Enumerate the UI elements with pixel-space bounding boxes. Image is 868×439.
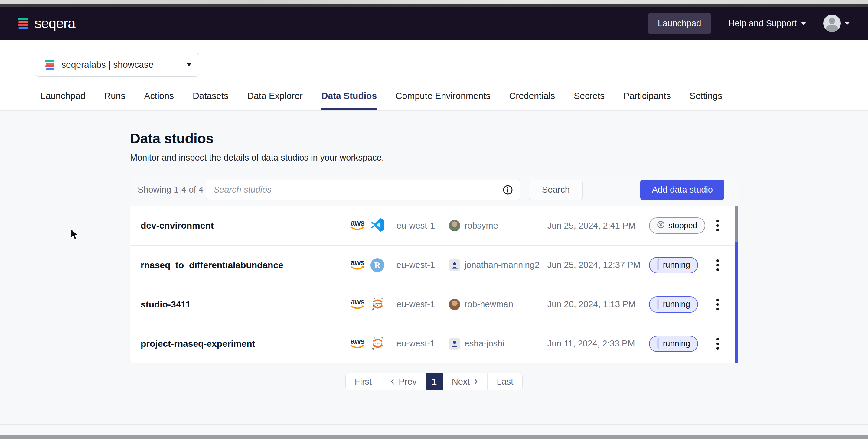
spinner-icon	[657, 299, 659, 310]
brand-name: seqera	[34, 15, 75, 31]
tab-compute-environments[interactable]: Compute Environments	[396, 91, 490, 111]
table-row[interactable]: studio-3411 aws jupyter eu-west-1 rob-ne…	[130, 284, 738, 324]
status-badge: running	[649, 336, 698, 352]
tab-credentials[interactable]: Credentials	[509, 91, 555, 111]
aws-icon: aws	[349, 219, 366, 231]
aws-icon: aws	[349, 258, 366, 271]
table-row[interactable]: project-rnaseq-experiment aws jupyter eu…	[130, 324, 738, 363]
tab-runs[interactable]: Runs	[104, 91, 125, 111]
studio-date: Jun 11, 2024, 2:33 PM	[548, 339, 649, 349]
studio-user: rob-newman	[449, 299, 548, 310]
chevron-down-icon	[187, 63, 191, 66]
search-info-button[interactable]	[495, 180, 520, 199]
user-avatar	[449, 338, 460, 349]
studio-status-cell: running	[649, 336, 715, 352]
row-menu-button[interactable]	[715, 218, 721, 233]
workspace-dropdown-toggle[interactable]	[179, 53, 199, 76]
tab-launchpad[interactable]: Launchpad	[40, 91, 85, 111]
tab-secrets[interactable]: Secrets	[574, 91, 604, 111]
scrollbar-thumb[interactable]	[735, 206, 738, 242]
tab-actions[interactable]: Actions	[144, 91, 174, 111]
tab-data-studios[interactable]: Data Studios	[321, 91, 377, 111]
add-data-studio-button[interactable]: Add data studio	[640, 180, 724, 200]
pagination-last[interactable]: Last	[487, 373, 522, 390]
showing-count: Showing 1-4 of 4	[137, 185, 206, 195]
stopped-icon	[657, 221, 665, 228]
window-top-border	[0, 4, 868, 7]
studio-user: jonathan-manning2	[449, 259, 548, 271]
tab-data-explorer[interactable]: Data Explorer	[247, 91, 303, 111]
window-bottom-strip	[0, 435, 868, 439]
pagination-last-label: Last	[497, 377, 513, 387]
svg-text:aws: aws	[350, 258, 365, 267]
r-studio-icon: R	[371, 258, 384, 272]
aws-icon: aws	[349, 337, 366, 349]
aws-icon: aws	[349, 298, 366, 310]
user-icon	[451, 340, 459, 348]
svg-text:aws: aws	[350, 219, 365, 227]
vscode-icon	[371, 218, 384, 232]
spinner-icon	[657, 259, 659, 271]
tab-participants[interactable]: Participants	[623, 91, 671, 111]
workspace-org-icon	[44, 59, 55, 70]
jupyter-icon: jupyter	[371, 296, 385, 311]
studio-region: eu-west-1	[397, 299, 449, 309]
page-title: Data studios	[0, 111, 868, 147]
studio-environment-icons: aws jupyter	[349, 296, 397, 312]
status-badge: running	[649, 296, 698, 313]
studio-user: esha-joshi	[449, 338, 548, 349]
search-input[interactable]	[206, 180, 495, 199]
top-navbar: seqera Launchpad Help and Support	[0, 7, 868, 40]
table-row[interactable]: dev-environment aws eu-west-1 robsyme Ju…	[130, 206, 738, 245]
page-footer	[0, 425, 868, 435]
row-menu-button[interactable]	[715, 336, 721, 351]
studio-name[interactable]: dev-environment	[141, 220, 349, 231]
studios-table-card: Showing 1-4 of 4 Search Add data studio …	[130, 174, 738, 364]
chevron-down-icon	[844, 22, 850, 25]
pagination-current-page[interactable]: 1	[426, 373, 443, 390]
pagination-next[interactable]: Next	[443, 373, 488, 390]
avatar	[823, 14, 841, 32]
main-content: Data studios Monitor and inspect the det…	[0, 111, 868, 425]
pagination-first[interactable]: First	[346, 373, 381, 390]
studio-status-cell: stopped	[649, 217, 715, 234]
table-row[interactable]: rnaseq_to_differentialabundance aws R eu…	[130, 245, 738, 284]
help-label: Help and Support	[728, 19, 797, 28]
chevron-left-icon	[390, 378, 394, 385]
workspace-name: seqeralabs | showcase	[61, 60, 154, 70]
spinner-icon	[657, 338, 659, 349]
table-scrollbar[interactable]	[735, 206, 738, 364]
user-menu[interactable]	[823, 14, 850, 32]
studio-name[interactable]: project-rnaseq-experiment	[141, 339, 349, 349]
studio-status-cell: running	[649, 257, 715, 273]
studio-region: eu-west-1	[397, 339, 449, 349]
tab-settings[interactable]: Settings	[689, 91, 722, 111]
studio-name[interactable]: rnaseq_to_differentialabundance	[141, 260, 349, 270]
row-menu-button[interactable]	[715, 258, 721, 273]
help-and-support-dropdown[interactable]: Help and Support	[728, 19, 806, 28]
tab-datasets[interactable]: Datasets	[193, 91, 228, 111]
studio-environment-icons: aws	[349, 218, 397, 233]
pagination-prev-label: Prev	[399, 377, 417, 387]
studio-environment-icons: aws jupyter	[349, 336, 397, 352]
row-menu-button[interactable]	[715, 297, 721, 312]
pagination-prev[interactable]: Prev	[381, 373, 426, 390]
launchpad-button[interactable]: Launchpad	[648, 13, 712, 34]
status-badge: running	[649, 257, 698, 273]
studio-name[interactable]: studio-3411	[141, 299, 349, 310]
user-avatar	[449, 259, 460, 271]
jupyter-icon: jupyter	[371, 336, 385, 350]
workspace-selector[interactable]: seqeralabs | showcase	[36, 53, 199, 77]
seqera-brand[interactable]: seqera	[17, 15, 75, 31]
user-avatar	[449, 220, 460, 231]
studio-status-cell: running	[649, 296, 715, 313]
studio-user: robsyme	[449, 220, 548, 231]
user-icon	[451, 261, 459, 269]
status-badge: stopped	[649, 217, 705, 234]
studio-date: Jun 20, 2024, 1:13 PM	[548, 299, 649, 309]
pagination: First Prev 1 Next Last	[345, 373, 523, 390]
studio-region: eu-west-1	[397, 221, 449, 231]
search-button[interactable]: Search	[529, 180, 583, 200]
studio-date: Jun 25, 2024, 12:37 PM	[548, 260, 649, 270]
workspace-tabs: LaunchpadRunsActionsDatasetsData Explore…	[0, 91, 868, 111]
